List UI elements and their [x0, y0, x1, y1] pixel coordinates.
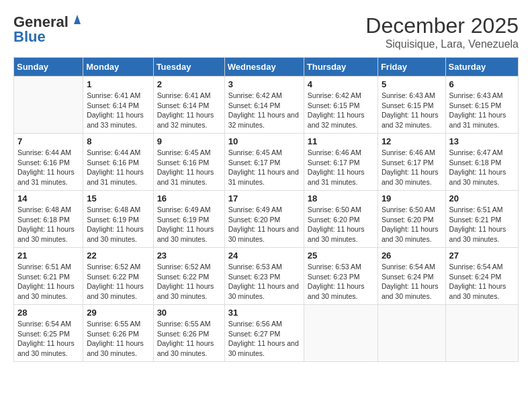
- day-number: 21: [17, 250, 79, 261]
- day-number: 19: [382, 193, 442, 203]
- calendar-cell: 28Sunrise: 6:54 AMSunset: 6:25 PMDayligh…: [14, 305, 83, 362]
- day-info: Sunrise: 6:50 AMSunset: 6:20 PMDaylight:…: [308, 205, 374, 244]
- calendar-cell: 23Sunrise: 6:52 AMSunset: 6:22 PMDayligh…: [153, 248, 224, 305]
- day-info: Sunrise: 6:48 AMSunset: 6:19 PMDaylight:…: [87, 205, 149, 244]
- day-info: Sunrise: 6:56 AMSunset: 6:27 PMDaylight:…: [228, 319, 300, 359]
- calendar-week-row: 1Sunrise: 6:41 AMSunset: 6:14 PMDaylight…: [14, 77, 519, 134]
- calendar-cell: 31Sunrise: 6:56 AMSunset: 6:27 PMDayligh…: [224, 305, 304, 362]
- calendar-cell: 24Sunrise: 6:53 AMSunset: 6:23 PMDayligh…: [224, 248, 304, 305]
- day-number: 23: [157, 250, 221, 261]
- calendar-cell: 26Sunrise: 6:54 AMSunset: 6:24 PMDayligh…: [378, 248, 445, 305]
- calendar-cell: [304, 305, 378, 362]
- column-header-wednesday: Wednesday: [224, 58, 304, 77]
- calendar-week-row: 28Sunrise: 6:54 AMSunset: 6:25 PMDayligh…: [14, 305, 519, 362]
- calendar-cell: 27Sunrise: 6:54 AMSunset: 6:24 PMDayligh…: [445, 248, 518, 305]
- day-number: 24: [228, 250, 300, 261]
- column-header-saturday: Saturday: [445, 58, 518, 77]
- day-number: 27: [449, 250, 515, 261]
- day-info: Sunrise: 6:43 AMSunset: 6:15 PMDaylight:…: [449, 91, 515, 130]
- location-title: Siquisique, Lara, Venezuela: [365, 38, 519, 50]
- day-info: Sunrise: 6:46 AMSunset: 6:17 PMDaylight:…: [308, 148, 374, 187]
- day-info: Sunrise: 6:48 AMSunset: 6:18 PMDaylight:…: [17, 205, 79, 244]
- logo-icon: [70, 12, 85, 27]
- calendar-cell: 21Sunrise: 6:51 AMSunset: 6:21 PMDayligh…: [14, 248, 83, 305]
- day-info: Sunrise: 6:42 AMSunset: 6:15 PMDaylight:…: [308, 91, 374, 130]
- calendar-cell: 15Sunrise: 6:48 AMSunset: 6:19 PMDayligh…: [83, 191, 153, 248]
- logo: General Blue: [13, 13, 85, 46]
- day-info: Sunrise: 6:53 AMSunset: 6:23 PMDaylight:…: [228, 262, 300, 302]
- title-block: December 2025 Siquisique, Lara, Venezuel…: [365, 13, 519, 50]
- calendar-cell: 1Sunrise: 6:41 AMSunset: 6:14 PMDaylight…: [83, 77, 153, 134]
- day-number: 5: [382, 79, 442, 89]
- day-number: 14: [17, 193, 79, 203]
- calendar-cell: 8Sunrise: 6:44 AMSunset: 6:16 PMDaylight…: [83, 134, 153, 191]
- day-number: 31: [228, 308, 300, 318]
- day-number: 12: [382, 136, 442, 146]
- calendar-cell: 20Sunrise: 6:51 AMSunset: 6:21 PMDayligh…: [445, 191, 518, 248]
- day-number: 25: [308, 250, 374, 261]
- column-header-thursday: Thursday: [304, 58, 378, 77]
- day-info: Sunrise: 6:47 AMSunset: 6:18 PMDaylight:…: [449, 148, 515, 187]
- calendar-cell: 29Sunrise: 6:55 AMSunset: 6:26 PMDayligh…: [83, 305, 153, 362]
- calendar-cell: 5Sunrise: 6:43 AMSunset: 6:15 PMDaylight…: [378, 77, 445, 134]
- day-info: Sunrise: 6:54 AMSunset: 6:25 PMDaylight:…: [17, 319, 79, 359]
- calendar-cell: [14, 77, 83, 134]
- day-number: 28: [17, 308, 79, 318]
- day-number: 10: [228, 136, 300, 146]
- day-info: Sunrise: 6:52 AMSunset: 6:22 PMDaylight:…: [87, 262, 149, 302]
- day-info: Sunrise: 6:43 AMSunset: 6:15 PMDaylight:…: [382, 91, 442, 130]
- calendar-week-row: 14Sunrise: 6:48 AMSunset: 6:18 PMDayligh…: [14, 191, 519, 248]
- calendar-cell: 12Sunrise: 6:46 AMSunset: 6:17 PMDayligh…: [378, 134, 445, 191]
- calendar-cell: 3Sunrise: 6:42 AMSunset: 6:14 PMDaylight…: [224, 77, 304, 134]
- day-info: Sunrise: 6:51 AMSunset: 6:21 PMDaylight:…: [17, 262, 79, 302]
- day-info: Sunrise: 6:45 AMSunset: 6:17 PMDaylight:…: [228, 148, 300, 187]
- day-number: 11: [308, 136, 374, 146]
- column-header-monday: Monday: [83, 58, 153, 77]
- day-info: Sunrise: 6:49 AMSunset: 6:19 PMDaylight:…: [157, 205, 221, 244]
- calendar-week-row: 7Sunrise: 6:44 AMSunset: 6:16 PMDaylight…: [14, 134, 519, 191]
- calendar-cell: 13Sunrise: 6:47 AMSunset: 6:18 PMDayligh…: [445, 134, 518, 191]
- day-info: Sunrise: 6:41 AMSunset: 6:14 PMDaylight:…: [87, 91, 149, 130]
- calendar-cell: 2Sunrise: 6:41 AMSunset: 6:14 PMDaylight…: [153, 77, 224, 134]
- day-number: 15: [87, 193, 149, 203]
- day-number: 4: [308, 79, 374, 89]
- day-number: 6: [449, 79, 515, 89]
- day-info: Sunrise: 6:53 AMSunset: 6:23 PMDaylight:…: [308, 262, 374, 302]
- calendar-cell: 16Sunrise: 6:49 AMSunset: 6:19 PMDayligh…: [153, 191, 224, 248]
- day-number: 1: [87, 79, 149, 89]
- day-number: 17: [228, 193, 300, 203]
- day-info: Sunrise: 6:42 AMSunset: 6:14 PMDaylight:…: [228, 91, 300, 130]
- day-number: 8: [87, 136, 149, 146]
- calendar-cell: 10Sunrise: 6:45 AMSunset: 6:17 PMDayligh…: [224, 134, 304, 191]
- calendar-cell: 18Sunrise: 6:50 AMSunset: 6:20 PMDayligh…: [304, 191, 378, 248]
- calendar-cell: 17Sunrise: 6:49 AMSunset: 6:20 PMDayligh…: [224, 191, 304, 248]
- day-number: 20: [449, 193, 515, 203]
- day-info: Sunrise: 6:41 AMSunset: 6:14 PMDaylight:…: [157, 91, 221, 130]
- column-header-friday: Friday: [378, 58, 445, 77]
- day-info: Sunrise: 6:44 AMSunset: 6:16 PMDaylight:…: [87, 148, 149, 187]
- day-info: Sunrise: 6:55 AMSunset: 6:26 PMDaylight:…: [87, 319, 149, 359]
- day-info: Sunrise: 6:49 AMSunset: 6:20 PMDaylight:…: [228, 205, 300, 244]
- calendar-week-row: 21Sunrise: 6:51 AMSunset: 6:21 PMDayligh…: [14, 248, 519, 305]
- calendar-cell: 7Sunrise: 6:44 AMSunset: 6:16 PMDaylight…: [14, 134, 83, 191]
- day-number: 22: [87, 250, 149, 261]
- day-number: 18: [308, 193, 374, 203]
- calendar-cell: 22Sunrise: 6:52 AMSunset: 6:22 PMDayligh…: [83, 248, 153, 305]
- day-number: 9: [157, 136, 221, 146]
- day-number: 3: [228, 79, 300, 89]
- calendar-cell: 4Sunrise: 6:42 AMSunset: 6:15 PMDaylight…: [304, 77, 378, 134]
- day-number: 2: [157, 79, 221, 89]
- calendar-cell: [445, 305, 518, 362]
- calendar-header-row: SundayMondayTuesdayWednesdayThursdayFrid…: [14, 58, 519, 77]
- calendar-cell: 14Sunrise: 6:48 AMSunset: 6:18 PMDayligh…: [14, 191, 83, 248]
- day-number: 26: [382, 250, 442, 261]
- day-info: Sunrise: 6:50 AMSunset: 6:20 PMDaylight:…: [382, 205, 442, 244]
- day-info: Sunrise: 6:55 AMSunset: 6:26 PMDaylight:…: [157, 319, 221, 359]
- day-info: Sunrise: 6:45 AMSunset: 6:16 PMDaylight:…: [157, 148, 221, 187]
- day-info: Sunrise: 6:54 AMSunset: 6:24 PMDaylight:…: [449, 262, 515, 302]
- calendar-table: SundayMondayTuesdayWednesdayThursdayFrid…: [13, 57, 519, 362]
- calendar-cell: 11Sunrise: 6:46 AMSunset: 6:17 PMDayligh…: [304, 134, 378, 191]
- day-number: 7: [17, 136, 79, 146]
- calendar-cell: [378, 305, 445, 362]
- column-header-sunday: Sunday: [14, 58, 83, 77]
